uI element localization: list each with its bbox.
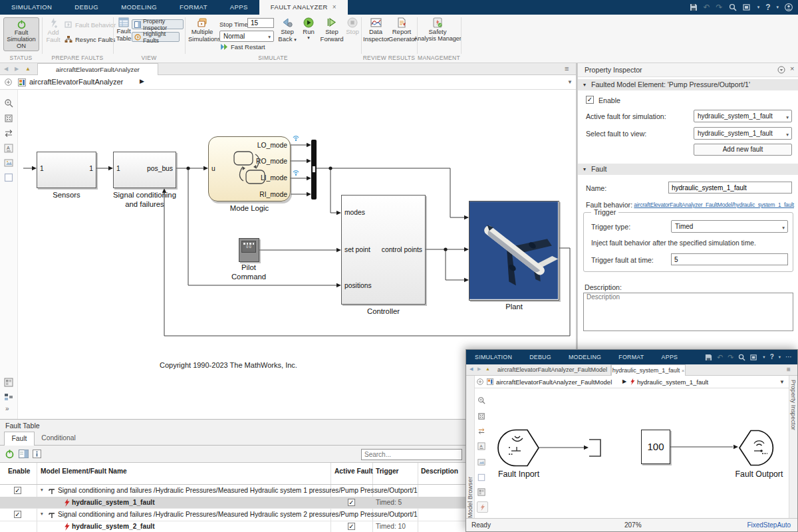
fault-inport-block[interactable] [497, 429, 540, 467]
search-icon[interactable] [729, 3, 737, 11]
data-inspector-button[interactable]: Data Inspector [363, 17, 388, 43]
column-header-active-fault[interactable]: Active Fault [334, 467, 373, 475]
tab-debug[interactable]: DEBUG [63, 0, 110, 15]
help-dropdown-icon[interactable]: ▾ [779, 350, 781, 364]
safety-analysis-manager-button[interactable]: Safety Analysis Manager [410, 17, 466, 42]
tab-format[interactable]: FORMAT [610, 350, 652, 364]
nav-up-icon[interactable]: ▲ [25, 66, 31, 72]
search-icon[interactable] [738, 354, 745, 361]
document-tab-main-model[interactable]: aircraftElevatorFaultAnalyzer [37, 63, 158, 75]
tab-apps[interactable]: APPS [219, 0, 259, 15]
info-icon[interactable] [33, 450, 41, 458]
trigger-type-dropdown[interactable]: Timed▾ [671, 220, 788, 233]
help-icon[interactable]: ? [765, 0, 770, 15]
capture-dropdown-icon[interactable]: ▾ [757, 0, 760, 15]
active-fault-checkbox[interactable]: ✓ [348, 499, 355, 506]
tab-list-icon[interactable]: ≡ [787, 366, 791, 373]
save-icon[interactable] [705, 354, 712, 361]
sensors-block[interactable]: 1 1 [37, 152, 96, 188]
add-new-fault-button[interactable]: Add new fault [694, 144, 792, 156]
open-inspector-icon[interactable] [19, 450, 29, 458]
active-fault-dropdown[interactable]: hydraulic_system_1_fault▾ [694, 110, 792, 122]
nav-back-icon[interactable]: ◀ [469, 366, 473, 372]
constant-block[interactable]: 100 [641, 430, 670, 464]
tab-conditional[interactable]: Conditional [36, 432, 81, 446]
close-panel-icon[interactable]: × [790, 65, 794, 72]
step-forward-button[interactable]: Step Forward [320, 17, 344, 43]
tab-debug[interactable]: DEBUG [521, 350, 560, 364]
resync-faults-button[interactable]: Resync Faults [65, 35, 115, 43]
account-icon[interactable] [785, 3, 793, 11]
trigger-time-input[interactable] [671, 253, 788, 265]
description-textarea[interactable] [583, 293, 793, 331]
close-icon[interactable]: × [682, 368, 685, 374]
signal-conditioning-block[interactable]: 1 pos_bus [113, 152, 176, 188]
row-expand-icon[interactable]: ▾ [41, 511, 43, 517]
breadcrumb-dropdown-icon[interactable]: ▼ [567, 79, 573, 85]
breadcrumb-model[interactable]: aircraftElevatorFaultAnalyzer_FaultModel [496, 378, 612, 386]
fault-table-search-input[interactable] [361, 449, 462, 460]
save-icon[interactable] [690, 3, 698, 11]
status-solver-link[interactable]: FixedStepAuto [747, 521, 791, 529]
capture-icon[interactable] [743, 3, 751, 11]
run-button[interactable]: Run ▾ [299, 17, 318, 41]
tab-list-icon[interactable]: ≡ [565, 65, 569, 72]
mux-block[interactable] [311, 140, 317, 200]
dock-toggle-icon[interactable] [5, 78, 12, 86]
document-tab-fault-active[interactable]: hydraulic_system_1_fault × [611, 364, 686, 376]
fault-table-button[interactable]: Fault Table [115, 17, 132, 42]
tab-fault[interactable]: Fault [4, 432, 35, 446]
column-header-name[interactable]: Model Element/Fault Name [41, 467, 127, 475]
column-header-trigger[interactable]: Trigger [376, 467, 399, 475]
tab-format[interactable]: FORMAT [168, 0, 219, 15]
breadcrumb-dropdown-icon[interactable]: ▼ [779, 379, 785, 385]
tab-simulation[interactable]: SIMULATION [466, 350, 521, 364]
fast-restart-button[interactable]: Fast Restart [220, 43, 265, 51]
fault-simulation-on-button[interactable]: Fault Simulation ON [3, 17, 39, 51]
tab-simulation[interactable]: SIMULATION [0, 0, 63, 15]
property-inspector-toggle[interactable]: Property Inspector [132, 19, 184, 29]
enable-checkbox[interactable]: ✓ [586, 96, 594, 104]
pin-panel-icon[interactable] [777, 66, 785, 74]
simulation-mode-dropdown[interactable]: Normal ▾ [219, 31, 274, 42]
tab-modeling[interactable]: MODELING [110, 0, 168, 15]
active-fault-checkbox[interactable]: ✓ [348, 523, 355, 530]
column-header-description[interactable]: Description [421, 467, 458, 475]
highlight-faults-toggle[interactable]: Highlight Faults [132, 32, 180, 42]
mode-logic-chart[interactable]: u LO_mode RO_mode LI_mode RI_mode [208, 136, 291, 201]
enable-checkbox[interactable]: ✓ [14, 487, 21, 494]
tab-fault-analyzer[interactable]: FAULT ANALYZER× [259, 0, 348, 15]
multiple-simulations-button[interactable]: Multiple Simulations [188, 17, 216, 43]
close-icon[interactable]: × [332, 3, 336, 11]
capture-dropdown-icon[interactable]: ▾ [763, 350, 765, 364]
tab-modeling[interactable]: MODELING [560, 350, 610, 364]
fault-behavior-link[interactable]: aircraftElevatorFaultAnalyzer_FaultModel… [634, 201, 794, 208]
fault-outport-block[interactable] [738, 429, 778, 467]
document-tab-fault-model[interactable]: aircraftElevatorFaultAnalyzer_FaultModel… [494, 364, 611, 376]
enable-checkbox[interactable]: ✓ [14, 511, 21, 518]
stop-time-input[interactable] [247, 18, 274, 28]
section-fault[interactable]: ▾Fault [578, 164, 798, 175]
breadcrumb-fault[interactable]: hydraulic_system_1_fault [637, 378, 708, 386]
section-faulted-model-element[interactable]: ▾Faulted Model Element: 'Pump Pressure/O… [578, 79, 798, 90]
help-dropdown-icon[interactable]: ▾ [776, 0, 779, 15]
capture-icon[interactable] [750, 354, 758, 361]
help-icon[interactable]: ? [770, 350, 774, 364]
property-inspector-strip[interactable]: Property Inspector [789, 376, 797, 518]
controller-block[interactable]: modes set point positions control points [341, 195, 426, 305]
pilot-command-block[interactable]: 0 0 [239, 238, 259, 262]
run-dropdown-icon[interactable]: ▾ [299, 35, 318, 41]
nav-up-icon[interactable]: ▲ [485, 366, 490, 371]
dock-toggle-icon[interactable] [477, 378, 483, 385]
column-header-enable[interactable]: Enable [8, 467, 30, 475]
more-icon[interactable]: ⋯ [785, 350, 792, 364]
row-expand-icon[interactable]: ▾ [41, 487, 43, 493]
breadcrumb[interactable]: aircraftElevatorFaultAnalyzer [29, 78, 123, 86]
fault-simulation-toggle-icon[interactable] [5, 449, 15, 459]
fault-name-input[interactable] [668, 182, 792, 194]
tab-apps[interactable]: APPS [653, 350, 687, 364]
fault-model-canvas[interactable]: A [475, 388, 789, 518]
plant-block[interactable] [469, 201, 559, 301]
model-browser-strip[interactable]: Model Browser [466, 376, 475, 518]
view-fault-dropdown[interactable]: hydraulic_system_1_fault▾ [694, 127, 792, 140]
